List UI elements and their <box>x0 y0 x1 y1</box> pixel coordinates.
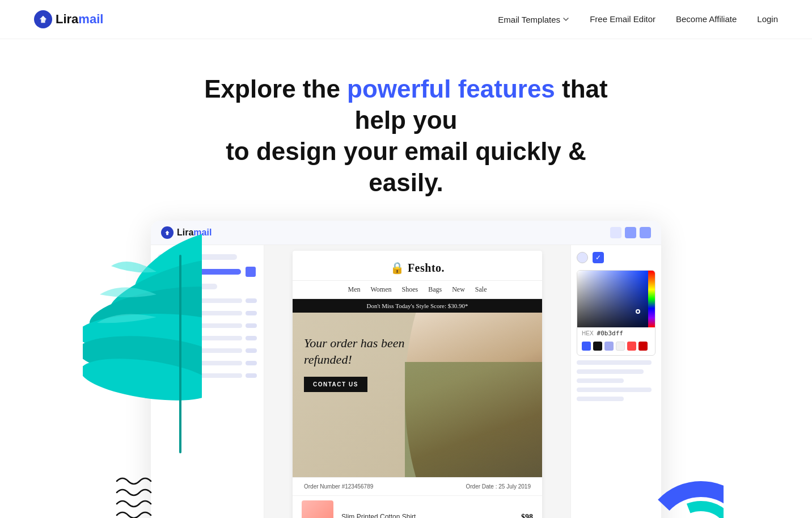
app-body: 🔒 Feshto. Men Women Shoes Bags New Sale … <box>151 245 661 518</box>
logo[interactable]: Liramail <box>34 10 103 28</box>
nav-free-editor[interactable]: Free Email Editor <box>590 14 655 24</box>
product-price: $98 <box>521 513 533 518</box>
demo-wrapper: Liramail <box>94 221 718 518</box>
swatch-black[interactable] <box>593 342 602 351</box>
email-banner: Don't Miss Today's Style Score: $30.90* <box>293 299 542 313</box>
email-hero-content: Your order has been refunded! CONTACT US <box>304 335 406 392</box>
ctrl-dot-3 <box>640 227 651 238</box>
app-topbar: Liramail <box>151 221 661 245</box>
hex-row: HEX #0b3dff <box>577 327 655 339</box>
app-center: 🔒 Feshto. Men Women Shoes Bags New Sale … <box>264 245 570 518</box>
sidebar-item-6 <box>158 361 257 365</box>
sidebar-row-2 <box>158 284 217 289</box>
color-picker-inner <box>577 271 655 327</box>
refund-headline: Your order has been refunded! <box>304 335 406 368</box>
color-cursor <box>636 309 640 314</box>
svg-point-8 <box>667 506 724 518</box>
order-date: Order Date : 25 July 2019 <box>466 483 531 490</box>
panel-bar-3 <box>577 378 624 383</box>
nav-login[interactable]: Login <box>757 14 778 24</box>
email-product-row: Slim Printed Cotton Shirt $98 <box>293 495 542 518</box>
hex-label: HEX <box>582 330 594 336</box>
email-brand-header: 🔒 Feshto. <box>293 251 542 280</box>
contact-us-button[interactable]: CONTACT US <box>304 377 367 392</box>
product-info: Slim Printed Cotton Shirt <box>341 513 513 519</box>
app-frame: Liramail <box>151 221 661 518</box>
toggle-circle <box>577 252 588 263</box>
email-preview: 🔒 Feshto. Men Women Shoes Bags New Sale … <box>293 251 542 518</box>
swatch-darkred[interactable] <box>638 342 648 351</box>
deco-squiggles <box>111 470 157 518</box>
hex-value: #0b3dff <box>597 330 623 337</box>
swatch-blue[interactable] <box>582 342 591 351</box>
email-nav-sale: Sale <box>475 285 487 294</box>
sidebar-item-2 <box>158 311 257 315</box>
app-sidebar <box>151 245 264 518</box>
app-controls <box>610 227 651 238</box>
email-hero-image: Your order has been refunded! CONTACT US <box>293 313 542 477</box>
app-right-panel: HEX #0b3dff <box>570 245 661 518</box>
color-gradient-main <box>577 271 648 327</box>
product-thumbnail <box>302 500 333 518</box>
logo-icon <box>34 10 52 28</box>
shop-icon: 🔒 <box>390 262 405 274</box>
email-nav-women: Women <box>370 285 391 294</box>
toggle-check <box>593 252 604 263</box>
swatch-white[interactable] <box>616 342 625 351</box>
email-nav-new: New <box>452 285 465 294</box>
sidebar-item-3 <box>158 323 257 328</box>
sidebar-item-1 <box>158 298 257 303</box>
color-spectrum <box>648 271 655 327</box>
panel-toggle-row <box>577 252 655 263</box>
swatch-red[interactable] <box>627 342 636 351</box>
sidebar-item-4 <box>158 336 257 340</box>
panel-bar-5 <box>577 397 624 401</box>
nav-become-affiliate[interactable]: Become Affiliate <box>676 14 737 24</box>
sidebar-active-bar <box>158 269 241 275</box>
navbar: Liramail Email Templates Free Email Edit… <box>0 0 812 39</box>
nav-links: Email Templates Free Email Editor Become… <box>498 14 778 24</box>
dress-overlay <box>405 362 542 477</box>
color-picker[interactable]: HEX #0b3dff <box>577 270 655 356</box>
nav-email-templates[interactable]: Email Templates <box>498 15 569 24</box>
sidebar-row-1 <box>158 254 237 260</box>
email-order-info: Order Number #123456789 Order Date : 25 … <box>293 477 542 495</box>
sidebar-square <box>246 267 256 277</box>
panel-bar-4 <box>577 388 652 392</box>
sidebar-item-7 <box>158 373 257 378</box>
order-number: Order Number #123456789 <box>304 483 373 490</box>
hero-heading: Explore the powerful features that help … <box>191 73 621 198</box>
panel-bar-2 <box>577 369 644 374</box>
hero-section: Explore the powerful features that help … <box>0 39 812 221</box>
email-nav: Men Women Shoes Bags New Sale <box>293 280 542 299</box>
color-overlay <box>577 271 648 327</box>
color-swatches <box>577 339 655 355</box>
email-nav-bags: Bags <box>428 285 442 294</box>
panel-bar-1 <box>577 360 652 365</box>
ctrl-dot-1 <box>610 227 621 238</box>
swatch-lightblue[interactable] <box>604 342 614 351</box>
email-nav-shoes: Shoes <box>402 285 418 294</box>
logo-text: Liramail <box>56 12 103 27</box>
product-name: Slim Printed Cotton Shirt <box>341 513 513 519</box>
app-logo-icon <box>161 226 174 239</box>
email-nav-men: Men <box>348 285 360 294</box>
app-logo: Liramail <box>161 226 212 239</box>
sidebar-item-5 <box>158 348 257 353</box>
ctrl-dot-2 <box>625 227 636 238</box>
